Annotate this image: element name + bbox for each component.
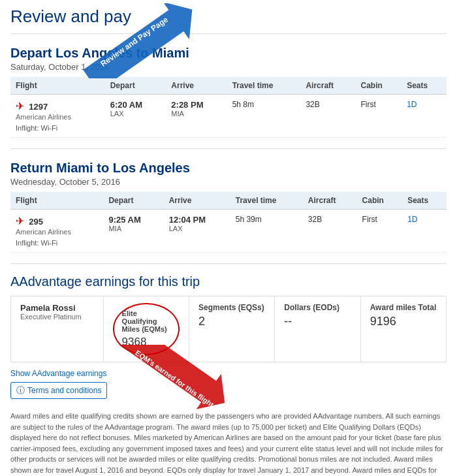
return-aircraft: 32B [303, 210, 357, 253]
col-cabin: Cabin [355, 77, 402, 95]
col-arrive: Arrive [166, 77, 227, 95]
passenger-col: Pamela Rossi Executive Platinum [11, 296, 104, 362]
award-value: 9196 [370, 315, 437, 328]
show-earnings-link[interactable]: Show AAdvantage earnings [10, 369, 447, 378]
terms-box: ⓘ Terms and conditions [10, 382, 107, 399]
eod-col: Dollars (EODs) -- [275, 296, 360, 362]
section-divider-2 [10, 263, 447, 264]
depart-seat-link[interactable]: 1D [407, 100, 417, 109]
page-title: Review and pay [10, 7, 447, 34]
award-label: Award miles Total [370, 303, 437, 312]
eod-value: -- [284, 315, 351, 328]
col-seats: Seats [402, 77, 447, 95]
return-heading-bold: Miami to Los Angeles [56, 161, 190, 175]
airline-icon-r: ✈ [16, 215, 24, 227]
terms-link[interactable]: Terms and conditions [27, 386, 101, 395]
table-row: ✈ 1297 American Airlines Inflight: Wi-Fi… [10, 95, 447, 138]
depart-flight-table: Flight Depart Arrive Travel time Aircraf… [10, 77, 447, 138]
depart-flight-airline: American Airlines [16, 113, 71, 121]
col-seats-r: Seats [402, 192, 447, 210]
return-arrive-airport: LAX [169, 225, 225, 232]
passenger-status: Executive Platinum [20, 313, 94, 321]
col-cabin-r: Cabin [357, 192, 403, 210]
eqs-col: Segments (EQSs) 2 [189, 296, 275, 362]
depart-inflight: Inflight: Wi-Fi [16, 124, 100, 132]
eqm-col: Elite Qualifying Miles (EQMs) 9368 [104, 296, 189, 362]
depart-date: Saturday, October 1, 2016 [10, 62, 447, 72]
eqs-value: 2 [198, 315, 265, 328]
return-heading-normal: Return [10, 161, 56, 175]
return-arrive-time: 12:04 PM [169, 215, 225, 225]
eqs-label: Segments (EQSs) [198, 303, 265, 312]
depart-heading-normal: Depart [10, 46, 55, 60]
col-travel-time: Travel time [227, 77, 301, 95]
col-flight-r: Flight [10, 192, 103, 210]
eqm-label: Elite Qualifying Miles (EQMs) [122, 309, 170, 333]
col-depart: Depart [105, 77, 166, 95]
col-arrive-r: Arrive [164, 192, 230, 210]
return-depart-time: 9:25 AM [108, 215, 158, 225]
return-date: Wednesday, October 5, 2016 [10, 177, 447, 187]
depart-aircraft: 32B [300, 95, 355, 138]
return-flight-number: 295 [29, 217, 43, 227]
return-travel-time: 5h 39m [230, 210, 303, 253]
eqm-value: 9368 [122, 336, 170, 349]
return-depart-airport: MIA [108, 225, 158, 232]
section-divider-1 [10, 148, 447, 149]
passenger-name: Pamela Rossi [20, 303, 94, 313]
col-travel-time-r: Travel time [230, 192, 303, 210]
earnings-grid: Pamela Rossi Executive Platinum Elite Qu… [10, 296, 447, 362]
arrive-airport: MIA [171, 110, 221, 118]
depart-section-header: Depart Los Angeles to Miami Saturday, Oc… [10, 46, 447, 72]
depart-airport: LAX [110, 110, 161, 118]
table-row: ✈ 295 American Airlines Inflight: Wi-Fi … [10, 210, 447, 253]
depart-time: 6:20 AM [110, 100, 161, 110]
disclaimer-text: Award miles and elite qualifying credits… [10, 411, 447, 476]
info-icon: ⓘ [16, 385, 25, 396]
airline-icon: ✈ [16, 101, 24, 112]
aadvantage-title: AAdvantage earnings for this trip [10, 274, 447, 289]
col-aircraft-r: Aircraft [303, 192, 357, 210]
return-cabin: First [357, 210, 403, 253]
eod-label: Dollars (EODs) [284, 303, 351, 312]
return-inflight: Inflight: Wi-Fi [16, 239, 98, 247]
depart-flight-number: 1297 [29, 102, 48, 112]
award-col: Award miles Total 9196 [361, 296, 446, 362]
return-flight-airline: American Airlines [16, 228, 71, 236]
return-seat-link[interactable]: 1D [407, 215, 417, 224]
depart-cabin: First [355, 95, 402, 138]
arrive-time: 2:28 PM [171, 100, 221, 110]
return-section-header: Return Miami to Los Angeles Wednesday, O… [10, 161, 447, 187]
aadvantage-section: AAdvantage earnings for this trip Pamela… [10, 274, 447, 476]
col-aircraft: Aircraft [300, 77, 355, 95]
depart-heading-bold: Los Angeles to Miami [55, 46, 189, 60]
col-flight: Flight [10, 77, 105, 95]
return-flight-table: Flight Depart Arrive Travel time Aircraf… [10, 192, 447, 253]
depart-travel-time: 5h 8m [227, 95, 301, 138]
col-depart-r: Depart [103, 192, 163, 210]
